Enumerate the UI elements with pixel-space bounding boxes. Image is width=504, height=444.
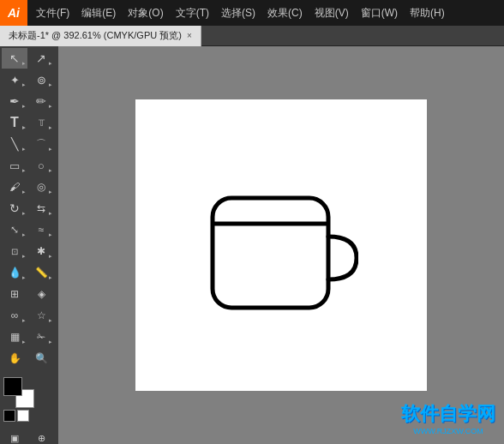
menu-file[interactable]: 文件(F) <box>31 4 75 22</box>
menu-window[interactable]: 窗口(W) <box>356 4 403 22</box>
measure-tool[interactable]: 📏 <box>28 262 54 283</box>
gradient-tool[interactable]: ◈ <box>28 284 54 304</box>
menu-help[interactable]: 帮助(H) <box>405 4 450 22</box>
color-section <box>2 374 57 425</box>
pen-tool[interactable] <box>2 91 27 111</box>
foreground-color[interactable] <box>3 377 22 396</box>
swap-colors-icon[interactable] <box>3 410 15 422</box>
blob-brush-tool[interactable]: ◎ <box>28 177 54 197</box>
scale-tool[interactable]: ⤡ <box>2 219 27 240</box>
menu-bar: 文件(F) 编辑(E) 对象(O) 文字(T) 选择(S) 效果(C) 视图(V… <box>27 0 504 26</box>
blend-tool[interactable]: ∞ <box>2 305 27 326</box>
warp-tool[interactable]: ≈ <box>28 219 54 240</box>
fg-bg-color-selector[interactable] <box>3 377 36 408</box>
magic-wand-tool[interactable]: ✦ <box>2 69 27 90</box>
mesh-tool[interactable]: ⊞ <box>2 284 27 304</box>
rect-tool[interactable]: ▭ <box>2 155 27 176</box>
app-logo: Ai <box>0 0 27 26</box>
watermark-url: WWW.RJZXW.COM <box>401 427 495 435</box>
touch-type-tool[interactable]: 𝕋 <box>28 112 54 133</box>
rotate-tool[interactable]: ↻ <box>2 198 27 219</box>
mug-illustration <box>204 172 358 318</box>
hand-tool[interactable]: ✋ <box>2 348 27 369</box>
watermark-text: 软件自学网 <box>401 401 495 427</box>
menu-effect[interactable]: 效果(C) <box>262 4 308 22</box>
menu-text[interactable]: 文字(T) <box>171 4 214 22</box>
arc-tool[interactable]: ⌒ <box>28 134 54 154</box>
menu-view[interactable]: 视图(V) <box>309 4 354 22</box>
zoom-tool[interactable]: 🔍 <box>28 348 54 369</box>
line-tool[interactable]: ╲ <box>2 134 27 154</box>
direct-select-tool[interactable] <box>28 48 54 69</box>
canvas-area: 软件自学网 WWW.RJZXW.COM <box>58 46 504 444</box>
draw-mode[interactable]: ⊕ <box>28 428 54 444</box>
artboard-tool[interactable]: ✁ <box>28 327 54 347</box>
ellipse-tool[interactable]: ○ <box>28 155 54 176</box>
type-tool[interactable] <box>2 112 27 133</box>
pencil-tool[interactable] <box>28 91 54 111</box>
menu-edit[interactable]: 编辑(E) <box>76 4 121 22</box>
symbol-tool[interactable]: ☆ <box>28 305 54 326</box>
svg-rect-0 <box>213 198 328 308</box>
artboard <box>135 99 427 391</box>
toolbar: ✦ ⊚ 𝕋 ╲ <box>0 46 58 444</box>
lasso-tool[interactable]: ⊚ <box>28 69 54 90</box>
reflect-tool[interactable]: ⇆ <box>28 198 54 219</box>
menu-select[interactable]: 选择(S) <box>216 4 261 22</box>
brush-tool[interactable]: 🖌 <box>2 177 27 197</box>
puppet-warp-tool[interactable]: ✱ <box>28 241 54 261</box>
tab-label: 未标题-1* @ 392.61% (CMYK/GPU 预览) <box>9 29 182 42</box>
document-tab[interactable]: 未标题-1* @ 392.61% (CMYK/GPU 预览) × <box>0 26 201 46</box>
tab-close-button[interactable]: × <box>187 31 192 40</box>
eyedrop-tool[interactable]: 💧 <box>2 262 27 283</box>
watermark: 软件自学网 WWW.RJZXW.COM <box>401 401 495 435</box>
free-transform-tool[interactable]: ⊡ <box>2 241 27 261</box>
menu-object[interactable]: 对象(O) <box>123 4 168 22</box>
default-colors-icon[interactable] <box>17 410 29 422</box>
column-graph-tool[interactable]: ▦ <box>2 327 27 347</box>
select-tool[interactable] <box>2 48 27 69</box>
change-screen-mode[interactable]: ▣ <box>2 428 27 444</box>
